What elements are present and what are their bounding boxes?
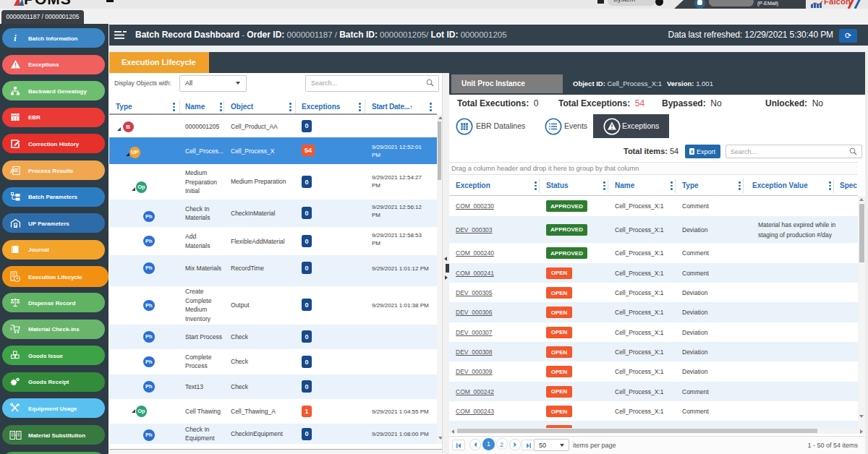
svg-text:i: i: [14, 33, 17, 43]
svg-text:q: q: [14, 223, 16, 227]
